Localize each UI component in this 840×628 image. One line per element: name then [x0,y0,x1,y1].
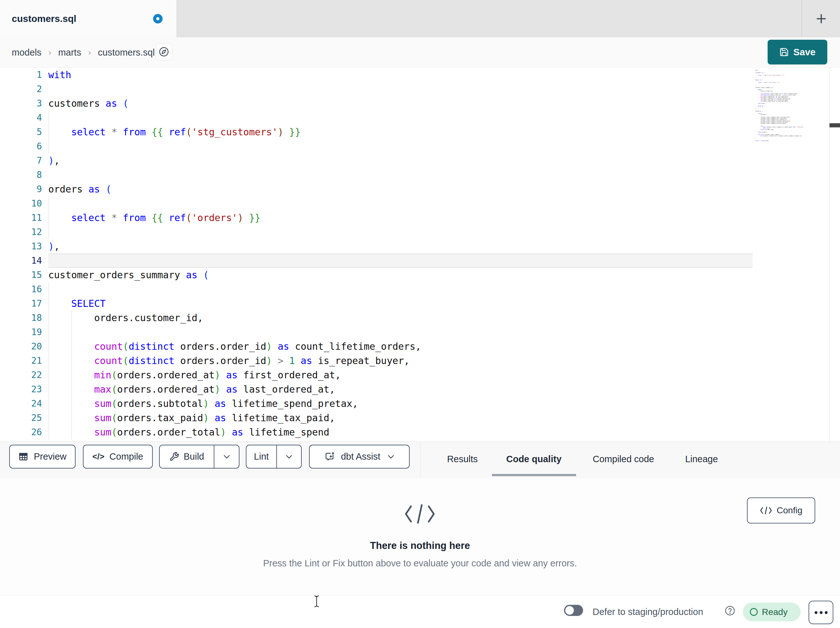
breadcrumb-item-file: customers.sql [98,47,155,58]
code-brackets-icon [760,506,772,515]
line-number: 4 [0,111,42,125]
empty-state-title: There is nothing here [0,540,840,551]
help-icon[interactable] [725,606,735,616]
defer-label: Defer to staging/production [593,595,703,628]
code-line-14[interactable]: 14 [0,253,840,268]
line-number: 18 [0,311,42,325]
code-brackets-icon: </> [92,452,104,462]
code-brackets-icon [404,503,436,525]
new-tab-button[interactable]: + [809,7,833,30]
preview-button[interactable]: Preview [9,445,76,468]
code-text: max(orders.ordered_at) as last_ordered_a… [48,382,335,396]
save-button[interactable]: Save [767,40,827,65]
build-dropdown-button[interactable] [214,445,239,468]
line-number: 10 [0,196,42,210]
compass-icon [159,47,169,57]
code-line-15[interactable]: 15customer_orders_summary as ( [0,268,840,282]
line-number: 22 [0,368,42,382]
code-line-7[interactable]: 7), [0,153,840,168]
code-line-18[interactable]: 18 orders.customer_id, [0,311,840,325]
code-line-9[interactable]: 9orders as ( [0,182,840,196]
code-line-1[interactable]: 1with [0,68,840,82]
defer-toggle[interactable] [564,605,583,616]
dbt-assist-button[interactable]: dbt Assist [309,445,410,468]
code-line-13[interactable]: 13), [0,239,840,253]
breadcrumb-separator: › [49,47,51,57]
config-button[interactable]: Config [747,497,815,524]
code-line-17[interactable]: 17 SELECT [0,296,840,311]
bottom-toolbar: Preview </> Compile Build [0,441,840,478]
breadcrumb-item-models[interactable]: models [12,47,42,58]
minimap[interactable]: with customers as ( select * from {{ ref… [755,70,829,305]
ready-ring-icon [750,608,758,616]
chevron-down-icon [387,454,395,459]
lint-dropdown-button[interactable] [277,445,301,468]
chevron-down-icon [223,454,230,459]
code-line-8[interactable]: 8 [0,168,840,182]
code-line-26[interactable]: 26 sum(orders.order_total) as lifetime_s… [0,425,840,439]
tab-title: customers.sql [12,13,76,24]
line-number: 11 [0,210,42,225]
build-split-button: Build [159,445,240,468]
code-line-11[interactable]: 11 select * from {{ ref('orders') }} [0,210,840,225]
code-line-20[interactable]: 20 count(distinct orders.order_id) as co… [0,339,840,354]
code-text: count(distinct orders.order_id) as count… [48,339,421,354]
empty-state-subtitle: Press the Lint or Fix button above to ev… [0,558,840,569]
code-line-19[interactable]: 19 [0,325,840,339]
code-line-16[interactable]: 16 [0,282,840,296]
lint-split-button: Lint [246,445,302,468]
ellipsis-icon [815,611,818,614]
tabbar-divider [802,0,802,37]
scrollbar-marker[interactable] [829,123,840,127]
code-line-12[interactable]: 12 [0,225,840,239]
unsaved-changes-dot [153,14,163,24]
tab-code-quality[interactable]: Code quality [504,442,564,476]
save-icon [779,47,789,57]
tab-lineage[interactable]: Lineage [683,442,720,476]
code-text: customer_orders_summary as ( [48,268,209,282]
line-number: 2 [0,82,42,96]
code-line-22[interactable]: 22 min(orders.ordered_at) as first_order… [0,368,840,382]
tab-compiled-code[interactable]: Compiled code [591,442,656,476]
line-number: 20 [0,339,42,354]
build-button[interactable]: Build [160,445,214,468]
code-line-10[interactable]: 10 [0,196,840,210]
code-text: sum(orders.subtotal) as lifetime_spend_p… [48,396,358,411]
assist-chat-sparkle-icon [324,451,336,462]
line-number: 8 [0,168,42,182]
code-text: sum(orders.order_total) as lifetime_spen… [48,425,329,439]
code-line-2[interactable]: 2 [0,82,840,96]
code-line-25[interactable]: 25 sum(orders.tax_paid) as lifetime_tax_… [0,411,840,425]
line-number: 1 [0,68,42,82]
line-number: 9 [0,182,42,196]
overflow-menu-button[interactable] [808,601,833,624]
code-line-5[interactable]: 5 select * from {{ ref('stg_customers') … [0,125,840,139]
code-line-24[interactable]: 24 sum(orders.subtotal) as lifetime_spen… [0,396,840,411]
code-line-21[interactable]: 21 count(distinct orders.order_id) > 1 a… [0,354,840,368]
line-number: 6 [0,139,42,153]
lint-button[interactable]: Lint [246,445,276,468]
code-line-4[interactable]: 4 [0,111,840,125]
code-editor[interactable]: 1with23customers as (45 select * from {{… [0,68,840,441]
code-text: count(distinct orders.order_id) > 1 as i… [48,354,410,368]
current-line-highlight [48,253,753,268]
code-line-3[interactable]: 3customers as ( [0,96,840,111]
line-number: 5 [0,125,42,139]
code-line-6[interactable]: 6 [0,139,840,153]
status-badge-ready: Ready [743,603,801,621]
tab-results[interactable]: Results [445,442,480,476]
tab-customers-sql[interactable]: customers.sql [0,0,177,38]
line-number: 24 [0,396,42,411]
line-number: 13 [0,239,42,253]
code-text: orders.customer_id, [48,311,203,325]
code-text: select * from {{ ref('orders') }} [48,210,261,225]
wrench-icon [169,452,179,462]
line-number: 26 [0,425,42,439]
toolstrip-divider [420,442,420,478]
breadcrumb-item-marts[interactable]: marts [58,47,81,58]
code-line-23[interactable]: 23 max(orders.ordered_at) as last_ordere… [0,382,840,396]
open-in-tree-button[interactable] [155,43,172,60]
line-number: 19 [0,325,42,339]
compile-button[interactable]: </> Compile [83,445,153,468]
code-text: select * from {{ ref('stg_customers') }} [48,125,301,139]
